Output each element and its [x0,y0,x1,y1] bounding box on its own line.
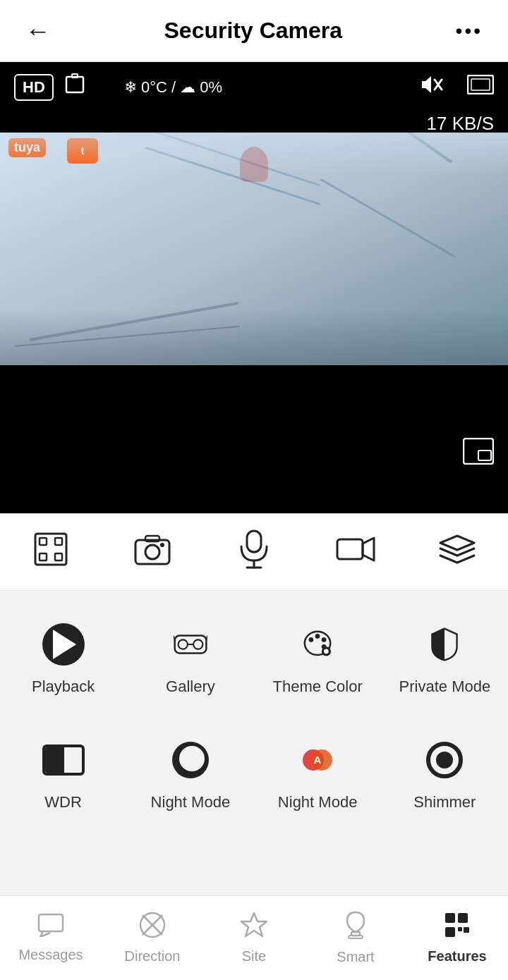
svg-marker-40 [241,913,267,936]
playback-icon [41,622,86,667]
video-button[interactable] [327,524,384,580]
site-label: Site [242,948,266,964]
battery-icon [65,73,85,101]
svg-rect-7 [478,451,491,460]
svg-point-14 [145,545,159,559]
gallery-label: Gallery [166,677,215,697]
svg-rect-15 [145,536,159,541]
nav-messages[interactable]: Messages [8,913,93,963]
screenshot-button[interactable] [23,524,79,580]
features-icon [444,912,471,944]
photo-button[interactable] [124,524,181,580]
svg-point-28 [315,634,320,639]
video-icon [336,535,375,570]
svg-rect-43 [445,913,455,923]
nav-site[interactable]: Site [212,912,296,964]
shimmer-label: Shimmer [413,792,476,813]
weather-info: ❄ 0°C / ☁ 0% [124,78,222,97]
svg-rect-20 [337,539,363,559]
feature-playback[interactable]: Playback [0,602,126,717]
direction-icon [139,912,166,944]
svg-text:A: A [314,754,322,766]
svg-marker-21 [53,630,76,659]
svg-rect-13 [135,540,169,564]
features-label: Features [428,948,486,964]
svg-rect-47 [458,927,462,931]
speed-display: 17 KB/S [427,113,494,135]
nav-features[interactable]: Features [415,912,500,964]
playback-label: Playback [32,677,95,697]
back-button[interactable]: ← [20,11,56,51]
theme-color-icon [295,622,340,667]
mute-icon[interactable] [419,74,443,100]
svg-rect-12 [55,553,62,561]
messages-label: Messages [18,947,83,963]
svg-rect-1 [72,74,78,78]
night-mode-2-label: Night Mode [278,792,358,813]
camera-feed[interactable]: tuya t [0,133,508,365]
feature-shimmer[interactable]: Shimmer [382,718,508,833]
nav-smart[interactable]: Smart [313,911,398,965]
screenshot-icon [32,531,69,574]
svg-rect-46 [464,927,469,933]
feature-night-mode-1[interactable]: Night Mode [127,718,253,833]
svg-rect-17 [247,531,261,552]
smart-icon [343,911,368,945]
camera-view: HD ❄ 0°C / ☁ 0% 17 KB/S [0,62,508,513]
mic-icon [238,529,270,575]
feature-night-mode-2[interactable]: A Night Mode [255,718,381,833]
page-title: Security Camera [164,18,343,44]
direction-label: Direction [125,948,181,964]
feature-gallery[interactable]: Gallery [127,602,253,717]
feature-private-mode[interactable]: Private Mode [382,602,508,717]
gallery-icon [168,622,213,667]
header: ← Security Camera ••• [0,0,508,62]
svg-point-24 [193,639,202,649]
svg-point-32 [324,649,329,654]
layers-button[interactable] [429,524,485,580]
feature-theme-color[interactable]: Theme Color [255,602,381,717]
svg-point-16 [160,543,164,547]
night-mode-1-icon [168,737,213,783]
svg-point-29 [322,637,327,642]
nav-direction[interactable]: Direction [110,912,195,964]
camera-icon [134,533,171,572]
feature-wdr[interactable]: WDR [0,718,126,833]
svg-rect-10 [55,538,62,545]
svg-point-27 [309,637,314,642]
svg-rect-42 [349,936,363,938]
feature-grid: Playback Gallery [0,591,508,843]
night-mode-1-label: Night Mode [151,792,231,813]
quality-badge: HD [14,74,54,101]
toolbar [0,513,508,591]
camera-bottom [0,365,508,485]
shimmer-icon [422,737,467,783]
svg-rect-36 [39,914,63,931]
mic-button[interactable] [226,524,282,580]
private-mode-label: Private Mode [399,677,491,697]
wdr-icon [41,737,86,783]
smart-label: Smart [337,949,374,965]
theme-color-label: Theme Color [273,677,363,697]
camera-overlay: HD ❄ 0°C / ☁ 0% [0,62,508,112]
aspect-ratio-icon[interactable] [467,75,494,99]
pip-icon[interactable] [463,438,494,471]
svg-rect-9 [40,538,47,545]
private-mode-icon [422,622,467,667]
svg-point-23 [178,639,187,649]
night-mode-2-icon: A [295,737,340,783]
layers-icon [437,533,477,572]
svg-rect-0 [66,77,83,92]
svg-rect-45 [445,927,455,937]
svg-rect-44 [458,913,468,923]
bottom-nav: Messages Direction Site Smart [0,895,508,980]
site-icon [241,912,267,944]
svg-rect-5 [471,79,490,90]
wdr-label: WDR [44,792,82,813]
more-button[interactable]: ••• [450,14,488,48]
messages-icon [37,913,64,943]
svg-rect-11 [40,553,47,561]
